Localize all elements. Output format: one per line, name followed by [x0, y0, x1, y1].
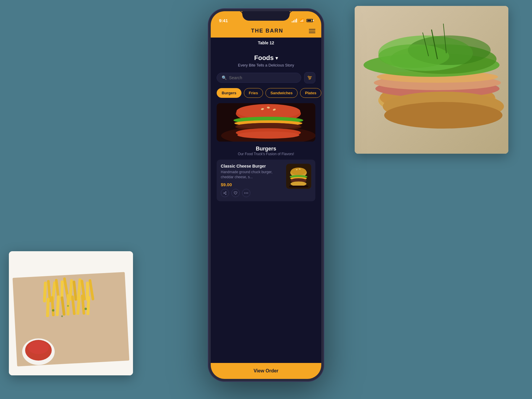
svg-point-11 [378, 44, 449, 68]
category-subtitle: Our Food Truck's Fusion of Flavors! [217, 152, 315, 156]
section-title-text: Foods [254, 54, 274, 62]
tab-plates[interactable]: Plates [300, 88, 321, 98]
search-icon: 🔍 [222, 75, 227, 80]
svg-rect-35 [66, 294, 70, 315]
food-item-image [286, 164, 311, 189]
food-item-name: Classic Cheese Burger [221, 164, 283, 168]
svg-point-16 [384, 102, 502, 129]
svg-point-47 [28, 341, 49, 354]
share-button[interactable] [221, 189, 229, 197]
more-options-button[interactable] [242, 189, 250, 197]
svg-point-69 [247, 192, 248, 193]
food-item-actions [221, 189, 283, 197]
svg-point-52 [310, 77, 311, 78]
svg-point-53 [309, 78, 310, 80]
category-tabs: Burgers Fries Sandwiches Plates [217, 88, 315, 98]
search-input-wrapper[interactable]: 🔍 [217, 73, 301, 83]
search-bar: 🔍 [217, 72, 315, 83]
tab-fries[interactable]: Fries [244, 88, 263, 98]
favorite-button[interactable] [231, 189, 240, 197]
svg-point-72 [291, 168, 306, 175]
svg-point-64 [236, 123, 300, 129]
hamburger-menu-button[interactable] [309, 29, 315, 33]
app-header: THE BARN [211, 25, 321, 38]
food-item-description: Handmade ground chuck burger, cheddar ch… [221, 170, 283, 180]
filter-button[interactable] [304, 72, 315, 83]
svg-point-40 [52, 309, 54, 312]
table-info: Table 12 [211, 38, 321, 48]
bg-sandwich-photo [355, 6, 508, 154]
signal-icon [292, 19, 297, 22]
svg-point-78 [291, 181, 306, 186]
category-title: Burgers [217, 146, 315, 152]
food-item-info: Classic Cheese Burger Handmade ground ch… [221, 164, 283, 197]
svg-point-43 [61, 315, 63, 317]
svg-point-66 [237, 132, 299, 139]
search-input[interactable] [229, 75, 296, 80]
section-dropdown-icon[interactable]: ▾ [275, 55, 278, 61]
view-order-button[interactable]: View Order [211, 363, 321, 379]
tab-sandwiches[interactable]: Sandwiches [265, 88, 298, 98]
status-icons: 📶 [292, 18, 313, 23]
food-item-price: $9.00 [221, 182, 283, 187]
section-subtitle: Every Bite Tells a Delicious Story [217, 63, 315, 67]
svg-point-67 [244, 192, 245, 193]
svg-point-68 [246, 192, 247, 193]
tab-burgers[interactable]: Burgers [217, 88, 241, 98]
section-header: Foods ▾ Every Bite Tells a Delicious Sto… [217, 54, 315, 67]
svg-point-42 [85, 308, 87, 310]
svg-point-41 [67, 305, 69, 307]
svg-point-51 [308, 76, 309, 77]
food-item-card[interactable]: Classic Cheese Burger Handmade ground ch… [217, 160, 315, 201]
featured-category-image [217, 103, 315, 142]
phone-notch [242, 11, 290, 21]
app-content: Foods ▾ Every Bite Tells a Delicious Sto… [211, 48, 321, 363]
svg-rect-79 [289, 186, 308, 187]
bg-fries-photo [9, 251, 133, 375]
wifi-icon: 📶 [299, 18, 304, 23]
svg-point-57 [236, 104, 300, 119]
phone-mockup: 9:41 📶 THE [208, 9, 324, 381]
status-time: 9:41 [219, 18, 228, 23]
battery-icon [306, 19, 313, 22]
app-title: THE BARN [226, 28, 309, 34]
